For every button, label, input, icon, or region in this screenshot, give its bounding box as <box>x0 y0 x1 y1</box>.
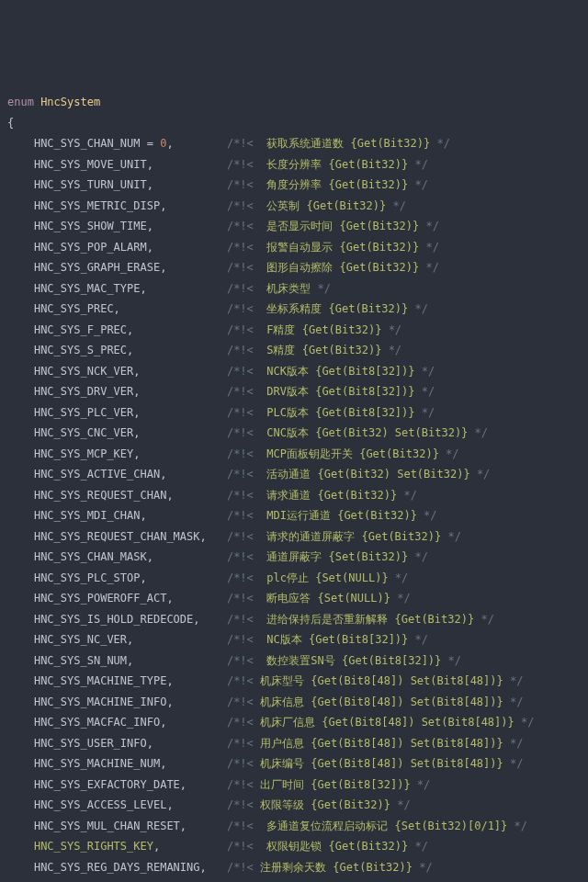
enum-name: HNC_SYS_POP_ALARM <box>34 241 147 254</box>
enum-name: HNC_SYS_CHAN_NUM <box>34 137 141 150</box>
enum-name: HNC_SYS_METRIC_DISP <box>34 199 160 212</box>
enum-entry: HNC_SYS_DRV_VER,/*!< DRV版本 {Get(Bit8[32]… <box>7 381 581 402</box>
enum-comment: /*!< 机床编号 {Get(Bit8[48]) Set(Bit8[48])} … <box>227 757 524 770</box>
enum-comment: /*!< 机床型号 {Get(Bit8[48]) Set(Bit8[48])} … <box>227 674 524 687</box>
enum-name: HNC_SYS_PLC_VER <box>34 406 133 419</box>
enum-entry: HNC_SYS_MCP_KEY,/*!< MCP面板钥匙开关 {Get(Bit3… <box>7 444 581 465</box>
enum-comment: /*!< F精度 {Get(Bit32)} */ <box>227 323 401 336</box>
enum-entry: HNC_SYS_MOVE_UNIT,/*!< 长度分辨率 {Get(Bit32)… <box>7 154 581 175</box>
enum-comment: /*!< 出厂时间 {Get(Bit8[32])} */ <box>227 778 430 791</box>
enum-name: HNC_SYS_S_PREC <box>34 344 127 356</box>
enum-comment: /*!< 多通道复位流程启动标记 {Set(Bit32)[0/1]} */ <box>227 820 527 832</box>
enum-entry: HNC_SYS_PREC,/*!< 坐标系精度 {Get(Bit32)} */ <box>7 299 581 320</box>
enum-entry: HNC_SYS_PLC_VER,/*!< PLC版本 {Get(Bit8[32]… <box>7 402 581 424</box>
enum-entry: HNC_SYS_POP_ALARM,/*!< 报警自动显示 {Get(Bit32… <box>7 237 581 258</box>
enum-comment: /*!< 机床信息 {Get(Bit8[48]) Set(Bit8[48])} … <box>227 695 524 708</box>
enum-comment: /*!< 坐标系精度 {Get(Bit32)} */ <box>227 302 428 315</box>
enum-comment: /*!< 是否显示时间 {Get(Bit32)} */ <box>227 220 439 232</box>
enum-name: HNC_SYS_GRAPH_ERASE <box>34 261 160 274</box>
enum-name: HNC_SYS_REQUEST_CHAN_MASK <box>34 530 200 543</box>
enum-entry: HNC_SYS_SN_NUM,/*!< 数控装置SN号 {Get(Bit8[32… <box>7 650 581 672</box>
enum-entry: HNC_SYS_MACFAC_INFO,/*!< 机床厂信息 {Get(Bit8… <box>7 712 581 733</box>
enum-name: HNC_SYS_MCP_KEY <box>34 447 133 460</box>
enum-entry: HNC_SYS_METRIC_DISP,/*!< 公英制 {Get(Bit32)… <box>7 196 581 217</box>
enum-comment: /*!< 数控装置SN号 {Get(Bit8[32])} */ <box>227 654 461 667</box>
enum-entry: HNC_SYS_CNC_VER,/*!< CNC版本 {Get(Bit32) S… <box>7 423 581 444</box>
enum-name: HNC_SYS_MUL_CHAN_RESET <box>34 820 180 832</box>
brace-open: { <box>7 113 581 134</box>
enum-comment: /*!< 进给保持后是否重新解释 {Get(Bit32)} */ <box>227 613 494 626</box>
enum-comment: /*!< 机床类型 */ <box>227 282 331 295</box>
enum-name: HNC_SYS_PLC_STOP <box>34 571 141 584</box>
enum-name: HNC_SYS_REG_DAYS_REMANING <box>34 861 200 874</box>
enum-comment: /*!< 公英制 {Get(Bit32)} */ <box>227 199 406 212</box>
enum-name: HNC_SYS_SHOW_TIME <box>34 220 147 232</box>
enum-comment: /*!< NCK版本 {Get(Bit8[32])} */ <box>227 365 435 378</box>
enum-name: HNC_SYS_NC_VER <box>34 633 127 646</box>
enum-entry: HNC_SYS_IS_HOLD_REDECODE,/*!< 进给保持后是否重新解… <box>7 609 581 630</box>
enum-entry: HNC_SYS_USER_INFO,/*!< 用户信息 {Get(Bit8[48… <box>7 733 581 754</box>
enum-name: HNC_SYS_CNC_VER <box>34 426 133 439</box>
enum-name: HNC_SYS_TURN_UNIT <box>34 178 147 191</box>
enum-name: HNC_SYS_MACHINE_NUM <box>34 757 160 770</box>
enum-name: HNC_SYS_CHAN_MASK <box>34 550 147 563</box>
enum-name: HNC_SYS_MOVE_UNIT <box>34 158 147 171</box>
enum-comment: /*!< 权限钥匙锁 {Get(Bit32)} */ <box>227 840 428 853</box>
enum-entry: HNC_SYS_REQUEST_CHAN_MASK,/*!< 请求的通道屏蔽字 … <box>7 526 581 548</box>
enum-comment: /*!< 图形自动擦除 {Get(Bit32)} */ <box>227 261 439 274</box>
enum-name: HNC_SYS_POWEROFF_ACT <box>34 592 167 605</box>
enum-entry: HNC_SYS_NC_VER,/*!< NC版本 {Get(Bit8[32])}… <box>7 629 581 650</box>
enum-name: HNC_SYS_MDI_CHAN <box>34 509 141 522</box>
enum-comment: /*!< NC版本 {Get(Bit8[32])} */ <box>227 633 428 646</box>
enum-comment: /*!< 报警自动显示 {Get(Bit32)} */ <box>227 241 439 254</box>
enum-name: HNC_SYS_MACHINE_TYPE <box>34 674 167 687</box>
enum-comment: /*!< 请求通道 {Get(Bit32)} */ <box>227 489 417 502</box>
enum-comment: /*!< 请求的通道屏蔽字 {Get(Bit32)} */ <box>227 530 461 543</box>
enum-comment: /*!< MDI运行通道 {Get(Bit32)} */ <box>227 509 437 522</box>
enum-entry: HNC_SYS_S_PREC,/*!< S精度 {Get(Bit32)} */ <box>7 340 581 361</box>
enum-comment: /*!< CNC版本 {Get(Bit32) Set(Bit32)} */ <box>227 426 488 439</box>
enum-comment: /*!< 权限等级 {Get(Bit32)} */ <box>227 798 411 811</box>
enum-comment: /*!< MCP面板钥匙开关 {Get(Bit32)} */ <box>227 447 459 460</box>
enum-comment: /*!< plc停止 {Set(NULL)} */ <box>227 571 408 584</box>
enum-name: HNC_SYS_SN_NUM <box>34 654 127 667</box>
enum-name: HNC_SYS_MAC_TYPE <box>34 282 141 295</box>
enum-entry: HNC_SYS_SHOW_TIME,/*!< 是否显示时间 {Get(Bit32… <box>7 216 581 237</box>
enum-entry: HNC_SYS_MACHINE_INFO,/*!< 机床信息 {Get(Bit8… <box>7 692 581 713</box>
enum-entry: HNC_SYS_PLC_STOP,/*!< plc停止 {Set(NULL)} … <box>7 568 581 589</box>
enum-entry: HNC_SYS_MDI_CHAN,/*!< MDI运行通道 {Get(Bit32… <box>7 505 581 526</box>
enum-entry: HNC_SYS_MACHINE_NUM,/*!< 机床编号 {Get(Bit8[… <box>7 753 581 775</box>
enum-entry: HNC_SYS_NCK_VER,/*!< NCK版本 {Get(Bit8[32]… <box>7 361 581 382</box>
enum-entry: HNC_SYS_REQUEST_CHAN,/*!< 请求通道 {Get(Bit3… <box>7 485 581 506</box>
enum-name: HNC_SYS_F_PREC <box>34 323 127 336</box>
enum-name: HNC_SYS_NCK_VER <box>34 365 133 378</box>
enum-name: HNC_SYS_ACTIVE_CHAN <box>34 468 160 481</box>
enum-entry: HNC_SYS_MUL_CHAN_RESET,/*!< 多通道复位流程启动标记 … <box>7 816 581 837</box>
enum-entry: HNC_SYS_CHAN_NUM = 0,/*!< 获取系统通道数 {Get(B… <box>7 133 581 154</box>
enum-name: HNC_SYS_USER_INFO <box>34 737 147 750</box>
enum-name: HNC_SYS_ACCESS_LEVEL <box>34 798 167 811</box>
enum-entry: HNC_SYS_F_PREC,/*!< F精度 {Get(Bit32)} */ <box>7 320 581 341</box>
enum-name: HNC_SYS_MACFAC_INFO <box>34 716 160 729</box>
enum-comment: /*!< 角度分辨率 {Get(Bit32)} */ <box>227 178 428 191</box>
enum-entry: HNC_SYS_TURN_UNIT,/*!< 角度分辨率 {Get(Bit32)… <box>7 175 581 196</box>
enum-entry: HNC_SYS_ACTIVE_CHAN,/*!< 活动通道 {Get(Bit32… <box>7 464 581 485</box>
enum-comment: /*!< PLC版本 {Get(Bit8[32])} */ <box>227 406 435 419</box>
enum-entry: HNC_SYS_PLC2_CUR_CYCLE,/*!< PLC2当前运行周期 {… <box>7 877 581 882</box>
enum-comment: /*!< S精度 {Get(Bit32)} */ <box>227 344 401 356</box>
enum-decl: enum HncSystem <box>7 92 581 113</box>
enum-entry: HNC_SYS_CHAN_MASK,/*!< 通道屏蔽字 {Set(Bit32)… <box>7 547 581 568</box>
enum-name: HNC_SYS_IS_HOLD_REDECODE <box>34 613 193 626</box>
code-block: enum HncSystem{ HNC_SYS_CHAN_NUM = 0,/*!… <box>7 92 581 882</box>
enum-name: HNC_SYS_EXFACTORY_DATE <box>34 778 180 791</box>
enum-entry: HNC_SYS_RIGHTS_KEY,/*!< 权限钥匙锁 {Get(Bit32… <box>7 836 581 857</box>
enum-entry: HNC_SYS_MACHINE_TYPE,/*!< 机床型号 {Get(Bit8… <box>7 671 581 692</box>
enum-entry: HNC_SYS_POWEROFF_ACT,/*!< 断电应答 {Set(NULL… <box>7 588 581 609</box>
enum-name: HNC_SYS_REQUEST_CHAN <box>34 489 167 502</box>
enum-comment: /*!< 机床厂信息 {Get(Bit8[48]) Set(Bit8[48])}… <box>227 716 535 729</box>
enum-entry: HNC_SYS_MAC_TYPE,/*!< 机床类型 */ <box>7 278 581 300</box>
enum-entry: HNC_SYS_REG_DAYS_REMANING,/*!< 注册剩余天数 {G… <box>7 857 581 878</box>
enum-name: HNC_SYS_MACHINE_INFO <box>34 695 167 708</box>
enum-name: HNC_SYS_DRV_VER <box>34 385 133 398</box>
enum-comment: /*!< DRV版本 {Get(Bit8[32])} */ <box>227 385 435 398</box>
